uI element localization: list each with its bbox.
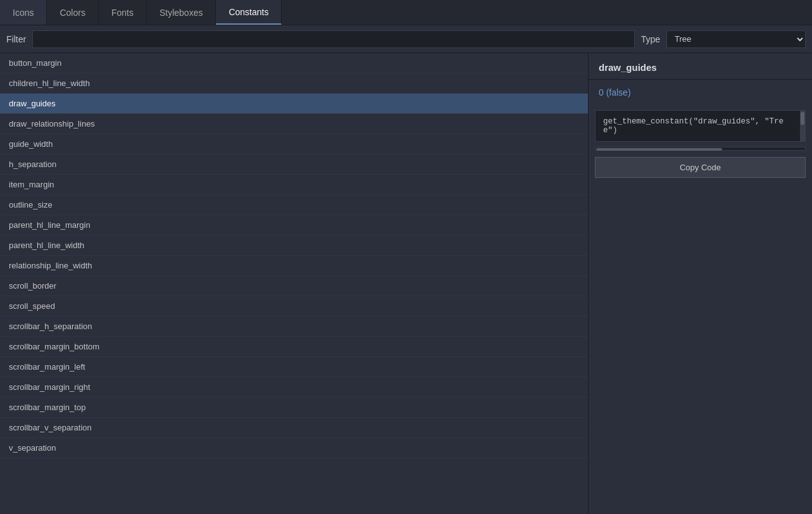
list-item[interactable]: scrollbar_margin_left bbox=[0, 357, 588, 377]
code-scrollbar[interactable] bbox=[800, 111, 805, 141]
type-label: Type bbox=[641, 34, 660, 44]
tab-icons[interactable]: Icons bbox=[0, 0, 47, 25]
list-item[interactable]: children_hl_line_width bbox=[0, 73, 588, 94]
code-block: get_theme_constant("draw_guides", "Tree"… bbox=[596, 111, 800, 141]
tab-constants[interactable]: Constants bbox=[216, 0, 282, 25]
copy-code-button[interactable]: Copy Code bbox=[595, 157, 806, 178]
list-item[interactable]: guide_width bbox=[0, 134, 588, 154]
scrollbar-thumb bbox=[801, 112, 804, 125]
tab-fonts[interactable]: Fonts bbox=[99, 0, 147, 25]
list-item[interactable]: scrollbar_margin_right bbox=[0, 377, 588, 398]
detail-panel: draw_guides 0 (false) get_theme_constant… bbox=[589, 53, 812, 514]
filter-input[interactable] bbox=[32, 30, 635, 48]
list-panel[interactable]: button_margin children_hl_line_width dra… bbox=[0, 53, 589, 514]
list-item[interactable]: item_margin bbox=[0, 175, 588, 195]
list-item[interactable]: scrollbar_h_separation bbox=[0, 317, 588, 337]
list-item[interactable]: parent_hl_line_margin bbox=[0, 215, 588, 235]
list-item[interactable]: scrollbar_v_separation bbox=[0, 418, 588, 438]
list-item[interactable]: scrollbar_margin_bottom bbox=[0, 337, 588, 357]
tab-styleboxes[interactable]: Styleboxes bbox=[147, 0, 216, 25]
list-item[interactable]: draw_relationship_lines bbox=[0, 114, 588, 134]
tabs-bar: Icons Colors Fonts Styleboxes Constants bbox=[0, 0, 812, 25]
list-item[interactable]: relationship_line_width bbox=[0, 256, 588, 276]
filter-bar: Filter Type Tree Button Label LineEdit P… bbox=[0, 25, 812, 53]
detail-name: draw_guides bbox=[589, 53, 812, 80]
list-item[interactable]: h_separation bbox=[0, 154, 588, 175]
filter-label: Filter bbox=[6, 34, 26, 44]
list-item-selected[interactable]: draw_guides bbox=[0, 94, 588, 114]
horizontal-scrollbar-thumb bbox=[596, 148, 722, 151]
type-select[interactable]: Tree Button Label LineEdit Panel PopupMe… bbox=[666, 30, 806, 48]
tab-colors[interactable]: Colors bbox=[47, 0, 98, 25]
main-content: button_margin children_hl_line_width dra… bbox=[0, 53, 812, 514]
list-item[interactable]: outline_size bbox=[0, 195, 588, 215]
list-item[interactable]: scroll_border bbox=[0, 276, 588, 296]
code-block-container: get_theme_constant("draw_guides", "Tree"… bbox=[595, 110, 806, 142]
list-item[interactable]: v_separation bbox=[0, 438, 588, 458]
list-item[interactable]: scrollbar_margin_top bbox=[0, 398, 588, 418]
list-item[interactable]: parent_hl_line_width bbox=[0, 235, 588, 256]
list-item[interactable]: button_margin bbox=[0, 53, 588, 73]
list-item[interactable]: scroll_speed bbox=[0, 296, 588, 317]
horizontal-scrollbar[interactable] bbox=[595, 147, 806, 151]
detail-value: 0 (false) bbox=[589, 80, 812, 105]
